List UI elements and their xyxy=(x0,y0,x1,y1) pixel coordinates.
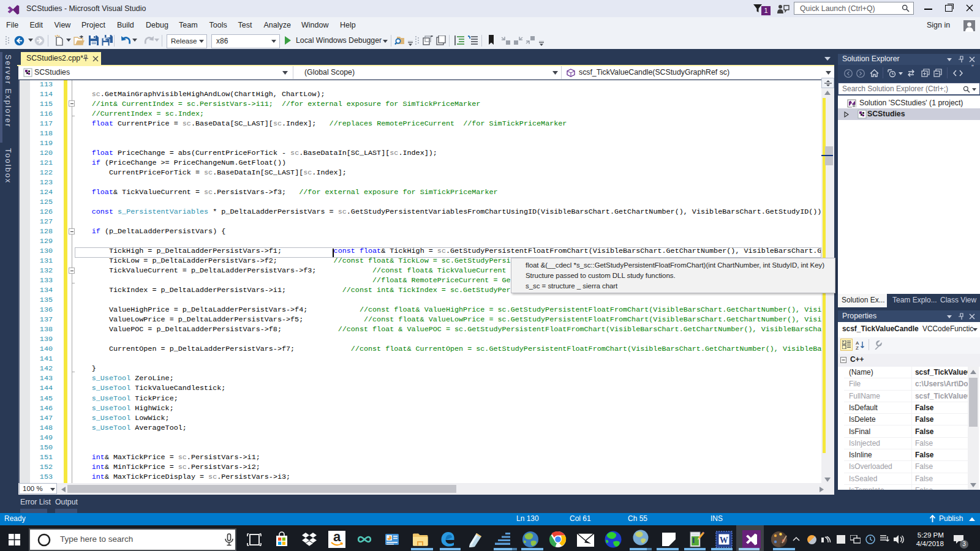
svg-text:W: W xyxy=(720,536,728,545)
svg-text:Z: Z xyxy=(856,345,859,350)
